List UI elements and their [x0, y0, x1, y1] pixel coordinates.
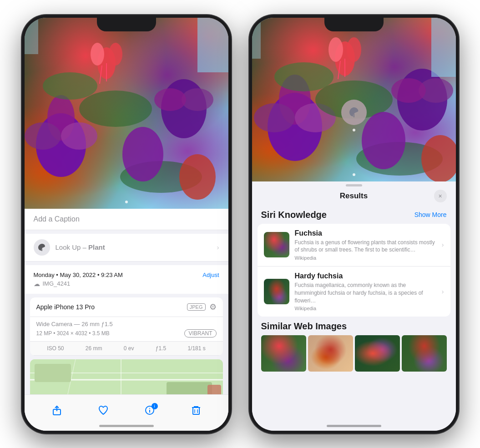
caption-placeholder[interactable]: Add a Caption [34, 215, 80, 223]
svg-point-41 [347, 37, 361, 62]
exif-shutter: 1/181 s [187, 345, 205, 352]
format-badge: JPEG [187, 303, 206, 311]
svg-point-49 [421, 135, 456, 181]
svg-point-37 [254, 103, 295, 132]
svg-point-2 [25, 122, 61, 150]
hardy-thumbnail [264, 279, 289, 304]
flower-svg-1 [25, 18, 228, 209]
flower-image-1 [25, 18, 228, 209]
caption-area[interactable]: Add a Caption [25, 209, 228, 230]
fuchsia-source: Wikipedia [295, 255, 436, 261]
leaf-icon [37, 243, 46, 252]
svg-point-30 [149, 408, 150, 409]
drag-handle-area [252, 181, 456, 184]
knowledge-item-hardy-fuchsia[interactable]: Hardy fuchsia Fuchsia magellanica, commo… [258, 267, 450, 317]
siri-knowledge-title: Siri Knowledge [261, 210, 327, 220]
device-badges: JPEG ⚙ [187, 302, 217, 312]
svg-rect-18 [25, 18, 38, 54]
hardy-source: Wikipedia [295, 306, 436, 311]
fuchsia-thumbnail [264, 232, 289, 257]
lookup-icon [34, 239, 50, 256]
favorite-button[interactable] [98, 405, 109, 416]
close-icon: × [438, 192, 442, 200]
info-badge: i [152, 403, 158, 409]
photo-date: Monday • May 30, 2022 • 9:23 AM [34, 272, 123, 278]
heart-icon [98, 405, 109, 416]
siri-lookup-button[interactable] [341, 100, 367, 125]
share-icon [51, 405, 62, 416]
hardy-description: Fuchsia magellanica, commonly known as t… [295, 282, 436, 304]
hardy-chevron-icon: › [442, 288, 444, 295]
svg-point-47 [274, 62, 333, 91]
knowledge-item-fuchsia[interactable]: Fuchsia Fuchsia is a genus of flowering … [258, 224, 450, 267]
svg-point-3 [61, 122, 97, 150]
camera-specs: 12 MP • 3024 × 4032 • 3.5 MB VIBRANT [36, 329, 217, 337]
results-panel: Results × Siri Knowledge Show More Fuchs… [252, 181, 456, 431]
exif-ev: 0 ev [124, 345, 134, 352]
similar-images-section: Similar Web Images [252, 317, 456, 374]
notch-1 [97, 18, 156, 31]
device-name: Apple iPhone 13 Pro [36, 303, 95, 311]
similar-image-3[interactable] [355, 335, 400, 372]
svg-point-12 [43, 72, 97, 100]
home-indicator-2 [327, 425, 381, 427]
fuchsia-content: Fuchsia Fuchsia is a genus of flowering … [295, 229, 436, 261]
fuchsia-description: Fuchsia is a genus of flowering plants t… [295, 239, 436, 254]
similar-image-1[interactable] [261, 335, 306, 372]
svg-point-48 [362, 112, 405, 169]
adjust-button[interactable]: Adjust [202, 272, 219, 278]
svg-rect-51 [252, 18, 261, 59]
svg-point-14 [179, 154, 216, 200]
siri-knowledge-header: Siri Knowledge Show More [252, 206, 456, 224]
results-header: Results × [252, 184, 456, 206]
svg-rect-17 [197, 18, 228, 72]
similar-image-2[interactable] [308, 335, 353, 372]
fuchsia-chevron-icon: › [442, 241, 444, 248]
svg-rect-50 [431, 18, 456, 77]
photo-view-2[interactable] [252, 18, 456, 181]
camera-specs-text: 12 MP • 3024 × 4032 • 3.5 MB [36, 330, 110, 337]
knowledge-card: Fuchsia Fuchsia is a genus of flowering … [258, 224, 450, 317]
camera-info-row: Wide Camera — 26 mm ƒ1.5 12 MP • 3024 × … [30, 317, 223, 342]
svg-point-9 [154, 88, 186, 111]
svg-point-40 [328, 37, 343, 62]
share-button[interactable] [51, 405, 62, 416]
camera-type: Wide Camera — 26 mm ƒ1.5 [36, 321, 217, 327]
svg-point-10 [79, 91, 152, 127]
exif-row: ISO 50 26 mm 0 ev ƒ1.5 1/181 s [30, 342, 223, 356]
photo-date-section: Monday • May 30, 2022 • 9:23 AM Adjust ☁… [25, 265, 228, 294]
similar-images-grid [261, 335, 447, 372]
exif-aperture: ƒ1.5 [156, 345, 166, 352]
lookup-label: Look Up – Plant [56, 243, 105, 251]
lookup-row[interactable]: Look Up – Plant › [25, 234, 228, 262]
vibrant-badge: VIBRANT [184, 329, 216, 337]
svg-point-5 [91, 43, 104, 65]
phone-1: Add a Caption Look Up – Plant › Mon [22, 15, 231, 433]
svg-rect-32 [193, 408, 199, 414]
photo-filename-row: ☁ IMG_4241 [34, 280, 219, 287]
home-indicator-1 [99, 425, 154, 427]
similar-image-4[interactable] [402, 335, 447, 372]
device-section: Apple iPhone 13 Pro JPEG ⚙ Wide Camera —… [30, 297, 223, 356]
exif-focal: 26 mm [86, 345, 102, 352]
siri-dot [353, 129, 355, 131]
svg-point-6 [109, 43, 122, 65]
settings-icon: ⚙ [209, 302, 217, 312]
results-title: Results [274, 191, 434, 201]
exif-iso: ISO 50 [47, 345, 64, 352]
page-indicator-2 [353, 173, 355, 176]
hardy-content: Hardy fuchsia Fuchsia magellanica, commo… [295, 272, 436, 311]
info-button[interactable]: i [144, 405, 155, 416]
svg-point-8 [182, 88, 213, 111]
similar-images-title: Similar Web Images [261, 321, 447, 332]
fuchsia-name: Fuchsia [295, 229, 436, 237]
close-button[interactable]: × [434, 190, 447, 202]
photo-view-1[interactable] [25, 18, 228, 209]
trash-icon [191, 405, 202, 416]
delete-button[interactable] [191, 405, 202, 416]
photo-filename: IMG_4241 [43, 280, 71, 287]
notch-2 [324, 18, 384, 31]
cloud-icon: ☁ [34, 280, 40, 287]
svg-point-13 [122, 127, 163, 181]
show-more-button[interactable]: Show More [414, 211, 447, 218]
